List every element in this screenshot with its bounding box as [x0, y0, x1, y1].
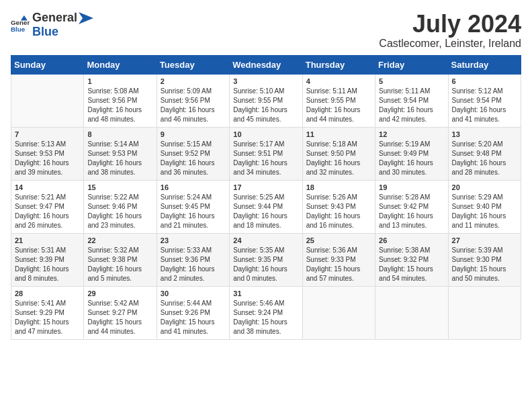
day-number: 7	[15, 130, 80, 138]
calendar-cell: 1Sunrise: 5:08 AM Sunset: 9:56 PM Daylig…	[84, 74, 157, 127]
calendar-cell: 8Sunrise: 5:14 AM Sunset: 9:53 PM Daylig…	[84, 127, 157, 180]
day-number: 6	[452, 77, 517, 85]
day-info: Sunrise: 5:41 AM Sunset: 9:29 PM Dayligh…	[15, 299, 80, 336]
week-row-4: 21Sunrise: 5:31 AM Sunset: 9:39 PM Dayli…	[11, 233, 521, 286]
calendar-cell: 21Sunrise: 5:31 AM Sunset: 9:39 PM Dayli…	[11, 233, 84, 286]
calendar-cell: 7Sunrise: 5:13 AM Sunset: 9:53 PM Daylig…	[11, 127, 84, 180]
col-header-sunday: Sunday	[11, 55, 84, 74]
calendar-cell: 6Sunrise: 5:12 AM Sunset: 9:54 PM Daylig…	[448, 74, 521, 127]
day-number: 27	[452, 236, 517, 244]
day-info: Sunrise: 5:42 AM Sunset: 9:27 PM Dayligh…	[87, 299, 152, 336]
day-info: Sunrise: 5:17 AM Sunset: 9:51 PM Dayligh…	[233, 140, 298, 177]
location-text: Castlecomer, Leinster, Ireland	[379, 38, 521, 50]
page-header: General Blue General Blue July 2024 Cast…	[11, 11, 521, 50]
logo-blue-text: Blue	[32, 25, 58, 38]
day-info: Sunrise: 5:36 AM Sunset: 9:33 PM Dayligh…	[306, 246, 371, 283]
svg-text:Blue: Blue	[11, 26, 26, 33]
day-info: Sunrise: 5:11 AM Sunset: 9:54 PM Dayligh…	[379, 87, 444, 124]
day-number: 28	[15, 289, 80, 298]
calendar-cell: 16Sunrise: 5:24 AM Sunset: 9:45 PM Dayli…	[157, 180, 229, 233]
day-info: Sunrise: 5:11 AM Sunset: 9:55 PM Dayligh…	[306, 87, 371, 124]
day-number: 23	[161, 236, 226, 244]
svg-marker-3	[79, 12, 93, 24]
day-info: Sunrise: 5:20 AM Sunset: 9:48 PM Dayligh…	[452, 140, 517, 177]
calendar-cell: 4Sunrise: 5:11 AM Sunset: 9:55 PM Daylig…	[302, 74, 375, 127]
day-number: 9	[161, 130, 226, 138]
day-info: Sunrise: 5:39 AM Sunset: 9:30 PM Dayligh…	[452, 246, 517, 283]
day-number: 22	[87, 236, 152, 244]
day-number: 2	[161, 77, 226, 85]
day-number: 19	[379, 183, 444, 191]
header-row: SundayMondayTuesdayWednesdayThursdayFrid…	[11, 55, 521, 74]
week-row-1: 1Sunrise: 5:08 AM Sunset: 9:56 PM Daylig…	[11, 74, 521, 127]
day-number: 30	[161, 289, 226, 298]
day-number: 21	[15, 236, 80, 244]
calendar-cell: 26Sunrise: 5:38 AM Sunset: 9:32 PM Dayli…	[375, 233, 448, 286]
day-info: Sunrise: 5:09 AM Sunset: 9:56 PM Dayligh…	[161, 87, 226, 124]
col-header-saturday: Saturday	[448, 55, 521, 74]
day-number: 8	[87, 130, 152, 138]
calendar-cell: 20Sunrise: 5:29 AM Sunset: 9:40 PM Dayli…	[448, 180, 521, 233]
day-info: Sunrise: 5:29 AM Sunset: 9:40 PM Dayligh…	[452, 193, 517, 230]
calendar-table: SundayMondayTuesdayWednesdayThursdayFrid…	[11, 55, 521, 340]
day-number: 18	[306, 183, 371, 191]
calendar-cell: 10Sunrise: 5:17 AM Sunset: 9:51 PM Dayli…	[230, 127, 302, 180]
day-number: 14	[15, 183, 80, 191]
day-info: Sunrise: 5:28 AM Sunset: 9:42 PM Dayligh…	[379, 193, 444, 230]
calendar-cell	[375, 286, 448, 339]
day-number: 20	[452, 183, 517, 191]
day-number: 12	[379, 130, 444, 138]
day-number: 5	[379, 77, 444, 85]
calendar-cell: 9Sunrise: 5:15 AM Sunset: 9:52 PM Daylig…	[157, 127, 229, 180]
col-header-wednesday: Wednesday	[230, 55, 302, 74]
day-number: 29	[87, 289, 152, 298]
calendar-cell: 2Sunrise: 5:09 AM Sunset: 9:56 PM Daylig…	[157, 74, 229, 127]
calendar-cell	[11, 74, 84, 127]
day-info: Sunrise: 5:19 AM Sunset: 9:49 PM Dayligh…	[379, 140, 444, 177]
calendar-cell: 31Sunrise: 5:46 AM Sunset: 9:24 PM Dayli…	[230, 286, 302, 339]
day-info: Sunrise: 5:32 AM Sunset: 9:38 PM Dayligh…	[87, 246, 152, 283]
logo-general-text: General	[32, 11, 77, 25]
day-info: Sunrise: 5:22 AM Sunset: 9:46 PM Dayligh…	[87, 193, 152, 230]
calendar-cell: 5Sunrise: 5:11 AM Sunset: 9:54 PM Daylig…	[375, 74, 448, 127]
col-header-tuesday: Tuesday	[157, 55, 229, 74]
day-number: 17	[233, 183, 298, 191]
day-number: 31	[233, 289, 298, 298]
day-info: Sunrise: 5:44 AM Sunset: 9:26 PM Dayligh…	[161, 299, 226, 336]
day-number: 25	[306, 236, 371, 244]
day-info: Sunrise: 5:38 AM Sunset: 9:32 PM Dayligh…	[379, 246, 444, 283]
day-number: 11	[306, 130, 371, 138]
day-info: Sunrise: 5:25 AM Sunset: 9:44 PM Dayligh…	[233, 193, 298, 230]
title-block: July 2024 Castlecomer, Leinster, Ireland	[379, 11, 521, 50]
day-info: Sunrise: 5:14 AM Sunset: 9:53 PM Dayligh…	[87, 140, 152, 177]
day-number: 26	[379, 236, 444, 244]
day-info: Sunrise: 5:10 AM Sunset: 9:55 PM Dayligh…	[233, 87, 298, 124]
calendar-cell: 30Sunrise: 5:44 AM Sunset: 9:26 PM Dayli…	[157, 286, 229, 339]
calendar-cell: 12Sunrise: 5:19 AM Sunset: 9:49 PM Dayli…	[375, 127, 448, 180]
week-row-5: 28Sunrise: 5:41 AM Sunset: 9:29 PM Dayli…	[11, 286, 521, 339]
day-number: 3	[233, 77, 298, 85]
day-number: 24	[233, 236, 298, 244]
day-info: Sunrise: 5:46 AM Sunset: 9:24 PM Dayligh…	[233, 299, 298, 336]
day-number: 10	[233, 130, 298, 138]
day-number: 1	[87, 77, 152, 85]
calendar-cell: 11Sunrise: 5:18 AM Sunset: 9:50 PM Dayli…	[302, 127, 375, 180]
day-number: 4	[306, 77, 371, 85]
day-info: Sunrise: 5:08 AM Sunset: 9:56 PM Dayligh…	[87, 87, 152, 124]
col-header-thursday: Thursday	[302, 55, 375, 74]
day-info: Sunrise: 5:35 AM Sunset: 9:35 PM Dayligh…	[233, 246, 298, 283]
day-info: Sunrise: 5:18 AM Sunset: 9:50 PM Dayligh…	[306, 140, 371, 177]
day-number: 13	[452, 130, 517, 138]
calendar-cell: 15Sunrise: 5:22 AM Sunset: 9:46 PM Dayli…	[84, 180, 157, 233]
day-info: Sunrise: 5:33 AM Sunset: 9:36 PM Dayligh…	[161, 246, 226, 283]
day-number: 15	[87, 183, 152, 191]
calendar-cell: 28Sunrise: 5:41 AM Sunset: 9:29 PM Dayli…	[11, 286, 84, 339]
logo-arrow-icon	[79, 12, 93, 24]
calendar-cell: 13Sunrise: 5:20 AM Sunset: 9:48 PM Dayli…	[448, 127, 521, 180]
calendar-cell: 17Sunrise: 5:25 AM Sunset: 9:44 PM Dayli…	[230, 180, 302, 233]
day-info: Sunrise: 5:21 AM Sunset: 9:47 PM Dayligh…	[15, 193, 80, 230]
logo-icon: General Blue	[11, 15, 30, 34]
svg-marker-2	[21, 15, 28, 20]
day-info: Sunrise: 5:13 AM Sunset: 9:53 PM Dayligh…	[15, 140, 80, 177]
calendar-cell: 22Sunrise: 5:32 AM Sunset: 9:38 PM Dayli…	[84, 233, 157, 286]
